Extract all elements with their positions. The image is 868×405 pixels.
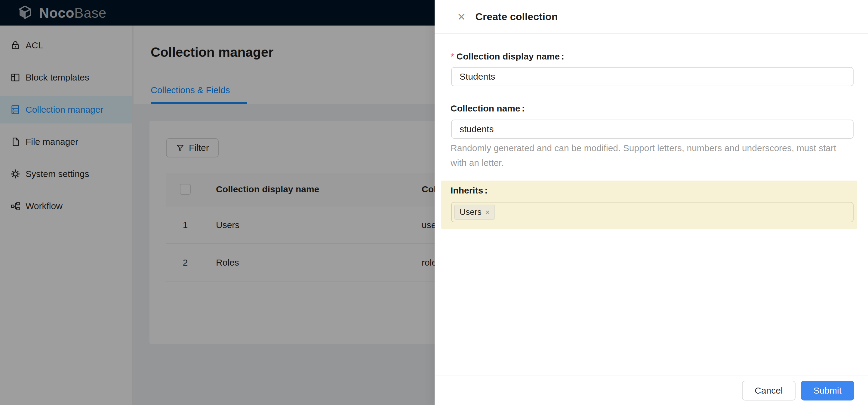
inherits-label-text: Inherits <box>451 185 483 196</box>
cancel-button[interactable]: Cancel <box>742 381 795 401</box>
label-colon: : <box>485 185 488 196</box>
label-colon: : <box>522 103 525 113</box>
display-name-label: * Collection display name : <box>451 52 564 62</box>
collection-name-help-text: Randomly generated and can be modified. … <box>451 141 850 170</box>
close-icon[interactable]: ✕ <box>457 12 466 22</box>
collection-name-input[interactable] <box>451 120 854 139</box>
tag-remove-icon[interactable]: × <box>485 208 490 216</box>
tag-label: Users <box>460 207 482 217</box>
create-collection-drawer: ✕ Create collection * Collection display… <box>435 0 868 405</box>
inherits-label: Inherits : <box>451 185 488 196</box>
drawer-footer: Cancel Submit <box>435 376 868 405</box>
display-name-input[interactable] <box>451 67 854 86</box>
submit-button[interactable]: Submit <box>801 381 854 401</box>
required-asterisk: * <box>451 52 454 62</box>
drawer-header: ✕ Create collection <box>435 0 868 34</box>
drawer-title: Create collection <box>475 11 558 23</box>
inherits-select[interactable]: Users × <box>451 202 854 222</box>
collection-name-label: Collection name : <box>451 103 525 113</box>
collection-name-label-text: Collection name <box>451 103 520 113</box>
display-name-label-text: Collection display name <box>457 52 560 62</box>
label-colon: : <box>561 52 564 62</box>
inherits-tag-users: Users × <box>454 205 495 220</box>
